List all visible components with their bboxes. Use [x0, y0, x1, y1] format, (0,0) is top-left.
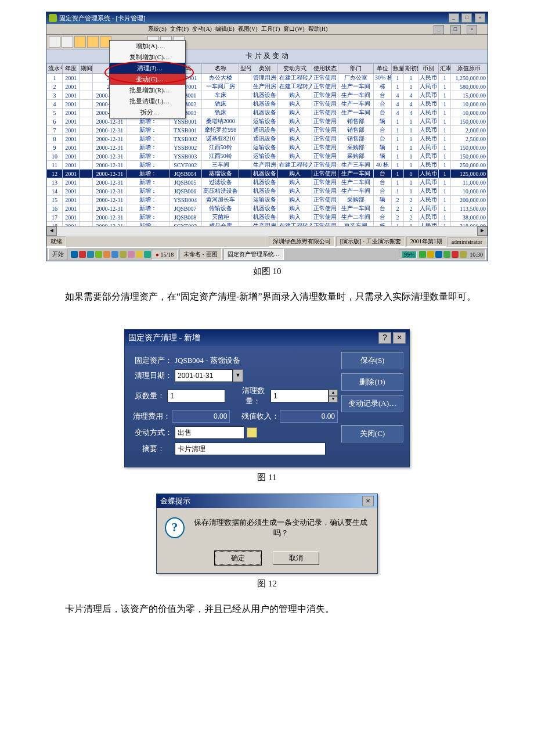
orig-qty-input[interactable] — [167, 390, 225, 402]
quicklaunch-icon[interactable] — [136, 251, 143, 258]
memo-input[interactable] — [175, 442, 326, 455]
toolbar-icon[interactable] — [62, 36, 73, 48]
status-scheme: [演示版] - 工业演示账套 — [336, 236, 405, 247]
column-header[interactable]: 名称 — [201, 64, 239, 74]
close-button[interactable]: × — [475, 13, 485, 23]
close-button[interactable]: × — [362, 496, 374, 506]
toolbar-icon[interactable] — [74, 36, 86, 48]
close-dialog-button[interactable]: 关闭(C) — [341, 425, 403, 442]
column-header[interactable]: 流水号 — [47, 64, 63, 74]
messagebox-titlebar[interactable]: 金蝶提示 × — [157, 494, 377, 508]
taskbar-button[interactable]: 未命名 - 画图 — [179, 249, 221, 260]
menu-item[interactable]: 系统(S) — [148, 26, 167, 32]
clean-qty-label: 清理数量： — [236, 386, 270, 406]
start-button[interactable]: 开始 — [48, 249, 68, 260]
tray-icon[interactable] — [419, 251, 426, 258]
quicklaunch-icon[interactable] — [111, 251, 118, 258]
toolbar-icon[interactable] — [49, 36, 60, 48]
tray-icon[interactable] — [443, 251, 450, 258]
quicklaunch-icon[interactable] — [120, 251, 127, 258]
menu-item[interactable]: 编辑(E) — [215, 26, 234, 32]
menu-item[interactable]: 帮助(H) — [308, 26, 328, 32]
close-button[interactable]: × — [393, 332, 406, 344]
quicklaunch-icon[interactable] — [95, 251, 102, 258]
scroll-left-icon[interactable]: ◄ — [46, 226, 57, 236]
menubar[interactable]: _ □ × 系统(S)文件(F)变动(A)编辑(E)视图(V)工具(T)窗口(W… — [46, 24, 488, 35]
table-row[interactable]: 1420012000-12-31新增：JQSB006高压精洗设备机器设备购入正常… — [47, 187, 488, 196]
date-input[interactable] — [175, 369, 233, 382]
save-button[interactable]: 保存(S) — [341, 352, 403, 369]
dropdown-item[interactable]: 批量清理(L)… — [110, 96, 185, 107]
tray-icon[interactable] — [427, 251, 434, 258]
changelog-button[interactable]: 变动记录(A)… — [341, 395, 403, 412]
dropdown-item[interactable]: 增加(A)… — [110, 41, 185, 52]
table-row[interactable]: 920012000-12-31新增：YSSB002江西50铃运输设备购入正常使用… — [47, 143, 488, 152]
taskbar-button[interactable]: ● 15/18 — [151, 250, 178, 260]
annotation-ellipse — [104, 61, 194, 84]
column-header[interactable]: 变动方式 — [278, 64, 312, 74]
menu-item[interactable]: 文件(F) — [170, 26, 189, 32]
table-row[interactable]: 820012000-12-31新增：TXSB002诺基亚8210通讯设备购入正常… — [47, 135, 488, 143]
lookup-icon[interactable] — [247, 427, 257, 438]
column-header[interactable]: 数量 — [392, 64, 404, 74]
column-header[interactable]: 部门 — [338, 64, 373, 74]
toolbar-icon[interactable] — [87, 36, 99, 48]
spin-down-icon[interactable]: ▼ — [329, 396, 338, 402]
dropdown-item[interactable]: 拆分… — [110, 107, 185, 118]
table-row[interactable]: 1320012000-12-31新增：JQSB005过滤设备机器设备购入正常使用… — [47, 178, 488, 187]
quicklaunch-icon[interactable] — [144, 251, 151, 258]
taskbar-button-active[interactable]: 固定资产管理系统… — [223, 249, 284, 260]
clean-qty-input[interactable] — [270, 390, 329, 402]
child-maximize-button[interactable]: □ — [450, 25, 461, 34]
delete-button[interactable]: 删除(D) — [341, 373, 403, 391]
horizontal-scrollbar[interactable]: ◄ ► — [46, 226, 488, 236]
scroll-right-icon[interactable]: ► — [477, 226, 488, 236]
tray-icon[interactable] — [460, 251, 467, 258]
dropdown-item[interactable]: 批量增加(R)… — [110, 85, 185, 96]
menu-item[interactable]: 变动(A) — [192, 26, 212, 32]
column-header[interactable]: 类别 — [251, 64, 278, 74]
quicklaunch-icon[interactable] — [103, 251, 110, 258]
tray-icon[interactable] — [452, 251, 459, 258]
table-row[interactable]: 1220012000-12-31新增：JQSB004蒸馏设备机器设备购入正常使用… — [47, 170, 488, 178]
column-header[interactable]: 型号 — [239, 64, 251, 74]
status-user: administrator — [448, 237, 486, 246]
cancel-button[interactable]: 取消 — [273, 551, 319, 565]
ok-button[interactable]: 确定 — [215, 551, 261, 565]
window-buttons: _ □ × — [448, 13, 486, 23]
column-header[interactable]: 期初数量 — [403, 64, 418, 74]
table-row[interactable]: 1120012000-12-31新增：SCYF002三车间生产用房在建工程转入正… — [47, 161, 488, 170]
menu-item[interactable]: 窗口(W) — [283, 26, 304, 32]
quicklaunch-icon[interactable] — [128, 251, 135, 258]
quicklaunch-icon[interactable] — [79, 251, 86, 258]
maximize-button[interactable]: □ — [461, 13, 472, 23]
table-row[interactable]: 1520012000-12-31新增：YSSB004黄河加长车运输设备购入正常使… — [47, 196, 488, 204]
table-row[interactable]: 720012000-12-31新增：TXSB001摩托罗拉998通讯设备购入正常… — [47, 126, 488, 135]
dialog-titlebar[interactable]: 固定资产清理 - 新增 ? × — [125, 330, 409, 346]
column-header[interactable]: 单位 — [373, 64, 391, 74]
column-header[interactable]: 原值原币 — [451, 64, 488, 74]
dropdown-icon[interactable]: ▼ — [233, 369, 243, 382]
column-header[interactable]: 期间 — [80, 64, 93, 74]
table-row[interactable]: 1020012000-12-31新增：YSSB003江西50铃运输设备购入正常使… — [47, 152, 488, 161]
column-header[interactable]: 使用状态 — [312, 64, 338, 74]
child-close-button[interactable]: × — [467, 25, 477, 34]
column-header[interactable]: 币别 — [418, 64, 439, 74]
tray-icon[interactable] — [435, 251, 442, 258]
minimize-button[interactable]: _ — [449, 13, 459, 23]
help-button[interactable]: ? — [378, 332, 391, 344]
column-header[interactable]: 年度 — [63, 64, 80, 74]
spin-up-icon[interactable]: ▲ — [329, 390, 338, 396]
titlebar[interactable]: 固定资产管理系统 - [卡片管理] _ □ × — [46, 12, 488, 24]
app-icon — [49, 14, 57, 22]
child-minimize-button[interactable]: _ — [434, 25, 444, 34]
quicklaunch-icon[interactable] — [87, 251, 94, 258]
menu-item[interactable]: 视图(V) — [238, 26, 258, 32]
quicklaunch-icon[interactable] — [71, 251, 78, 258]
mv-input[interactable] — [175, 426, 244, 439]
table-row[interactable]: 1820012000-12-31新增：SCYF003成品仓库生产用房在建工程转入… — [47, 222, 488, 226]
table-row[interactable]: 1720012000-12-31新增：JQSB008灭菌柜机器设备购入正常使用生… — [47, 213, 488, 222]
column-header[interactable]: 汇率 — [439, 64, 451, 74]
table-row[interactable]: 1620012000-12-31新增：JQSB007传输设备机器设备购入正常使用… — [47, 204, 488, 213]
menu-item[interactable]: 工具(T) — [261, 26, 280, 32]
